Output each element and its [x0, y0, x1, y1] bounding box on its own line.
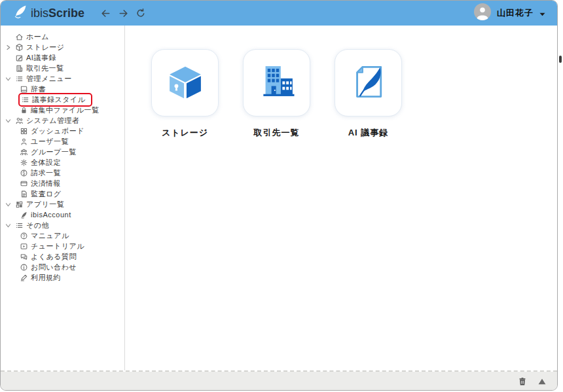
sidebar-item-12[interactable]: 全体設定 [1, 157, 124, 168]
sidebar-item-label: 全体設定 [31, 158, 61, 168]
sidebar-item-label: 利用規約 [31, 273, 61, 283]
sidebar-item-17[interactable]: ibisAccount [1, 209, 124, 220]
item-body: ダッシュボード [20, 126, 84, 136]
item-body: 決済情報 [20, 179, 61, 188]
sidebar-item-label: AI議事録 [26, 53, 56, 63]
sidebar-item-15[interactable]: 監査ログ [1, 188, 124, 199]
item-body: お問い合わせ [20, 262, 77, 272]
billing-icon [20, 169, 28, 177]
sidebar-item-20[interactable]: チュートリアル [1, 241, 124, 251]
chevron-down-icon[interactable] [5, 76, 15, 82]
app-logo[interactable]: ibisScribe [11, 3, 84, 24]
sidebar-item-label: お問い合わせ [31, 262, 77, 272]
chevron-right-icon[interactable] [5, 45, 15, 50]
building-icon [15, 64, 24, 73]
sidebar-item-23[interactable]: 利用規約 [1, 272, 124, 283]
sidebar-item-label: システム管理者 [26, 116, 80, 126]
item-body: よくある質問 [20, 252, 77, 262]
sidebar-item-22[interactable]: お問い合わせ [1, 262, 124, 272]
chevron-down-icon[interactable] [5, 223, 15, 228]
item-body: ユーザ一覧 [20, 137, 69, 147]
item-body: 請求一覧 [20, 168, 61, 178]
lock-icon [20, 106, 28, 115]
reload-icon[interactable] [136, 8, 146, 18]
sidebar-item-label: ストレージ [26, 43, 65, 52]
chevron-down-icon[interactable] [5, 118, 15, 124]
home-icon [15, 33, 24, 41]
sidebar-item-label: よくある質問 [31, 252, 77, 262]
sidebar-item-label: ホーム [26, 32, 49, 42]
app-window: ibisScribe 山田花子 [0, 0, 558, 391]
sidebar-item-label: 決済情報 [31, 179, 61, 188]
sidebar-item-label: 監査ログ [31, 189, 62, 199]
sidebar-item-10[interactable]: ユーザ一覧 [1, 136, 124, 147]
sidebar-item-3[interactable]: 取引先一覧 [1, 63, 124, 73]
sidebar-item-label: 請求一覧 [31, 168, 61, 178]
item-body: グループ一覧 [20, 147, 77, 157]
card-1: 取引先一覧 [243, 49, 310, 139]
main-panel: ストレージ取引先一覧AI 議事録 [125, 26, 557, 370]
apps-icon [15, 200, 24, 209]
terms-pen-icon [20, 274, 28, 282]
sidebar-item-19[interactable]: マニュアル [1, 230, 124, 241]
footer [1, 370, 557, 391]
list-icon [21, 96, 29, 104]
item-body: その他 [15, 221, 49, 230]
card-button-0[interactable] [151, 49, 219, 116]
item-body: 監査ログ [20, 189, 62, 199]
header-nav [100, 8, 146, 19]
menu-list-icon [15, 75, 24, 83]
sidebar-item-1[interactable]: ストレージ [1, 42, 124, 52]
back-arrow-icon[interactable] [100, 8, 111, 19]
sidebar: ホームストレージAI議事録取引先一覧管理メニュー辞書議事録スタイル編集中ファイル… [1, 26, 125, 370]
footer-bar [1, 372, 557, 391]
audit-log-icon [20, 190, 28, 198]
dashboard-icon [20, 127, 28, 135]
caret-down-icon [539, 7, 545, 19]
sidebar-item-8[interactable]: システム管理者 [1, 115, 124, 126]
storage-cube-icon [15, 43, 24, 52]
storage-cube-illustration [165, 62, 206, 105]
item-body: アプリ一覧 [15, 200, 64, 209]
scroll-to-top-icon[interactable] [538, 378, 546, 385]
question-circle-icon [20, 232, 28, 240]
sidebar-item-4[interactable]: 管理メニュー [1, 73, 124, 84]
sidebar-item-13[interactable]: 請求一覧 [1, 168, 124, 178]
card-label: 取引先一覧 [254, 127, 300, 139]
user-avatar-icon [474, 3, 491, 23]
sidebar-item-18[interactable]: その他 [1, 220, 124, 230]
sidebar-item-label: チュートリアル [31, 241, 84, 251]
info-circle-icon [20, 263, 28, 272]
user-name: 山田花子 [497, 7, 534, 19]
sidebar-item-label: アプリ一覧 [26, 200, 64, 209]
sidebar-item-label: グループ一覧 [31, 147, 77, 157]
sidebar-item-16[interactable]: アプリ一覧 [1, 199, 124, 209]
feather-logo-icon [11, 3, 29, 24]
sidebar-item-11[interactable]: グループ一覧 [1, 147, 124, 157]
page-scrollbar-thumb[interactable] [559, 56, 562, 63]
book-icon [20, 85, 28, 94]
sidebar-item-0[interactable]: ホーム [1, 31, 124, 42]
sidebar-item-14[interactable]: 決済情報 [1, 178, 124, 188]
chevron-down-icon[interactable] [5, 202, 15, 207]
content-area: ホームストレージAI議事録取引先一覧管理メニュー辞書議事録スタイル編集中ファイル… [1, 26, 557, 370]
forward-arrow-icon[interactable] [118, 8, 129, 19]
sidebar-item-6[interactable]: 議事録スタイル [1, 94, 124, 105]
trash-icon[interactable] [518, 377, 527, 386]
card-2: AI 議事録 [335, 49, 402, 139]
sidebar-item-label: ダッシュボード [31, 126, 84, 136]
group-icon [20, 148, 28, 156]
item-body: チュートリアル [20, 241, 84, 251]
card-button-2[interactable] [335, 49, 402, 116]
card-button-1[interactable] [243, 49, 310, 116]
sidebar-item-label: ibisAccount [31, 211, 71, 219]
sidebar-item-21[interactable]: よくある質問 [1, 251, 124, 262]
sidebar-item-2[interactable]: AI議事録 [1, 52, 124, 63]
gear-icon [20, 158, 28, 167]
card-label: AI 議事録 [348, 127, 389, 139]
sidebar-item-9[interactable]: ダッシュボード [1, 126, 124, 136]
user-menu[interactable]: 山田花子 [474, 3, 551, 23]
buildings-illustration [257, 62, 297, 105]
item-body: ストレージ [15, 43, 65, 52]
edit-icon [15, 54, 24, 62]
